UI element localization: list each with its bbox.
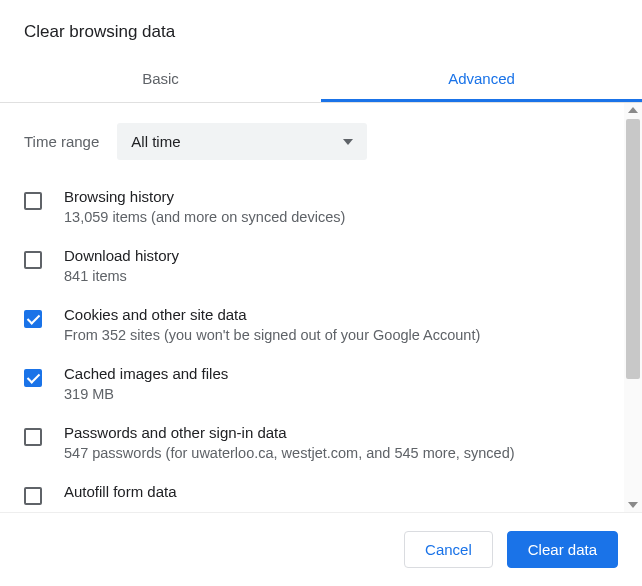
time-range-select[interactable]: All time [117,123,367,160]
tab-basic[interactable]: Basic [0,56,321,102]
scrollbar[interactable] [624,103,642,512]
option-passwords: Passwords and other sign-in data 547 pas… [24,424,618,461]
option-title: Download history [64,247,179,264]
option-sub: From 352 sites (you won't be signed out … [64,327,480,343]
cancel-button[interactable]: Cancel [404,531,493,568]
checkbox-cookies[interactable] [24,310,42,328]
clear-browsing-data-dialog: Clear browsing data Basic Advanced Time … [0,0,642,586]
option-cached: Cached images and files 319 MB [24,365,618,402]
dialog-footer: Cancel Clear data [0,512,642,586]
option-title: Passwords and other sign-in data [64,424,515,441]
checkbox-download-history[interactable] [24,251,42,269]
checkbox-cached[interactable] [24,369,42,387]
option-title: Browsing history [64,188,345,205]
option-sub: 319 MB [64,386,228,402]
option-autofill: Autofill form data [24,483,618,505]
time-range-value: All time [131,133,180,150]
checkbox-passwords[interactable] [24,428,42,446]
chevron-down-icon [343,139,353,145]
tab-bar: Basic Advanced [0,56,642,103]
time-range-row: Time range All time [24,123,618,160]
scroll-up-icon[interactable] [628,107,638,113]
option-download-history: Download history 841 items [24,247,618,284]
dialog-title: Clear browsing data [0,0,642,56]
options-list: Browsing history 13,059 items (and more … [24,188,618,505]
clear-data-button[interactable]: Clear data [507,531,618,568]
scrollbar-thumb[interactable] [626,119,640,379]
option-title: Cookies and other site data [64,306,480,323]
option-title: Cached images and files [64,365,228,382]
option-sub: 13,059 items (and more on synced devices… [64,209,345,225]
checkbox-autofill[interactable] [24,487,42,505]
content-scroll: Time range All time Browsing history 13,… [0,103,642,512]
option-cookies: Cookies and other site data From 352 sit… [24,306,618,343]
option-sub: 841 items [64,268,179,284]
option-title: Autofill form data [64,483,177,500]
checkbox-browsing-history[interactable] [24,192,42,210]
time-range-label: Time range [24,133,99,150]
option-browsing-history: Browsing history 13,059 items (and more … [24,188,618,225]
tab-advanced[interactable]: Advanced [321,56,642,102]
option-sub: 547 passwords (for uwaterloo.ca, westjet… [64,445,515,461]
content-area: Time range All time Browsing history 13,… [0,103,642,512]
scroll-down-icon[interactable] [628,502,638,508]
